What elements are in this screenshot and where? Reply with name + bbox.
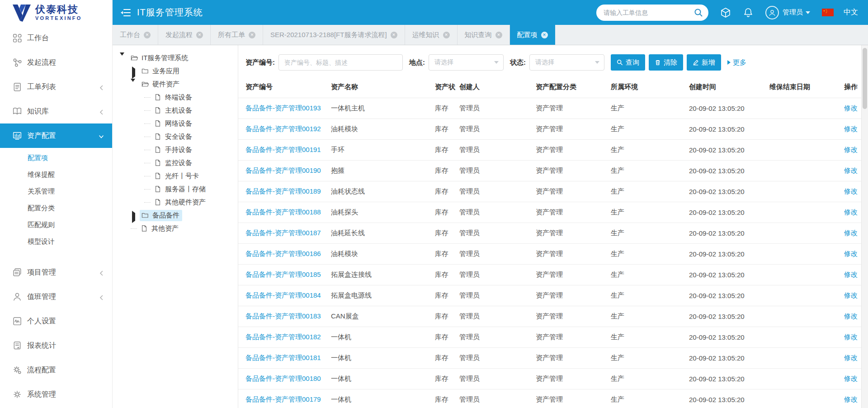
asset-no-link[interactable]: 备品备件-资产管理00185 bbox=[245, 270, 321, 278]
tree-node-硬件资产[interactable]: 硬件资产 bbox=[113, 78, 238, 91]
asset-no-link[interactable]: 备品备件-资产管理00192 bbox=[245, 125, 321, 133]
tree-node-光纤丨号卡[interactable]: 光纤丨号卡 bbox=[113, 170, 238, 183]
tree-node-安全设备[interactable]: 安全设备 bbox=[113, 130, 238, 143]
asset-no-link[interactable]: 备品备件-资产管理00181 bbox=[245, 354, 321, 361]
collapse-menu-icon[interactable] bbox=[121, 9, 131, 17]
tab-close-icon[interactable]: ✕ bbox=[495, 32, 502, 38]
col-header-操作: 操作 bbox=[844, 77, 861, 98]
tab-close-icon[interactable]: ✕ bbox=[196, 32, 203, 38]
edit-link[interactable]: 修改 bbox=[844, 270, 858, 278]
tree-node-服务器丨存储[interactable]: 服务器丨存储 bbox=[113, 183, 238, 196]
tree-node-IT服务管理系统[interactable]: IT服务管理系统 bbox=[113, 52, 238, 65]
sidebar-subitem-匹配规则[interactable]: 匹配规则 bbox=[0, 217, 112, 233]
more-link[interactable]: 更多 bbox=[727, 58, 746, 67]
tab-6[interactable]: 知识查询 ✕ bbox=[458, 25, 510, 45]
sidebar-subitem-模型设计[interactable]: 模型设计 bbox=[0, 233, 112, 250]
vertical-scrollbar[interactable] bbox=[861, 45, 868, 408]
edit-link[interactable]: 修改 bbox=[844, 229, 858, 237]
asset-no-link[interactable]: 备品备件-资产管理00188 bbox=[245, 208, 321, 216]
sidebar-item-系统管理[interactable]: 系统管理 bbox=[0, 382, 112, 407]
user-name[interactable]: 管理员 bbox=[783, 8, 803, 17]
tab-3[interactable]: 所有工单 ✕ bbox=[211, 25, 263, 45]
bell-icon[interactable] bbox=[743, 7, 754, 18]
tab-7[interactable]: 配置项 ✕ bbox=[510, 25, 555, 45]
edit-link[interactable]: 修改 bbox=[844, 125, 858, 133]
sidebar-subitem-维保提醒[interactable]: 维保提醒 bbox=[0, 166, 112, 183]
search-button[interactable]: 查询 bbox=[611, 54, 645, 71]
sidebar-item-工作台[interactable]: 工作台 bbox=[0, 26, 112, 50]
tab-close-icon[interactable]: ✕ bbox=[391, 32, 397, 38]
tree-node-业务应用[interactable]: 业务应用 bbox=[113, 65, 238, 78]
edit-link[interactable]: 修改 bbox=[844, 291, 858, 299]
location-select[interactable]: 请选择 bbox=[429, 54, 504, 71]
tree-node-主机设备[interactable]: 主机设备 bbox=[113, 104, 238, 117]
sidebar-item-流程配置[interactable]: 流程配置 bbox=[0, 358, 112, 382]
wave-icon bbox=[13, 317, 22, 326]
chevron-left-icon bbox=[99, 109, 104, 114]
edit-link[interactable]: 修改 bbox=[844, 187, 858, 195]
sidebar-item-项目管理[interactable]: 项目管理 bbox=[0, 260, 112, 285]
asset-no-link[interactable]: 备品备件-资产管理00184 bbox=[245, 291, 321, 299]
tree-node-监控设备[interactable]: 监控设备 bbox=[113, 157, 238, 170]
edit-link[interactable]: 修改 bbox=[844, 208, 858, 216]
tree-node-手持设备[interactable]: 手持设备 bbox=[113, 143, 238, 157]
edit-link[interactable]: 修改 bbox=[844, 104, 858, 112]
tree-node-其他资产[interactable]: 其他资产 bbox=[113, 222, 238, 235]
sidebar-subitem-关系管理[interactable]: 关系管理 bbox=[0, 183, 112, 200]
add-button[interactable]: 新增 bbox=[687, 54, 721, 71]
tab-5[interactable]: 运维知识 ✕ bbox=[405, 25, 458, 45]
asset-no-link[interactable]: 备品备件-资产管理00191 bbox=[245, 146, 321, 153]
search-icon[interactable] bbox=[694, 8, 703, 17]
sidebar-subitem-配置项[interactable]: 配置项 bbox=[0, 150, 112, 166]
status-select[interactable]: 请选择 bbox=[529, 54, 604, 71]
edit-link[interactable]: 修改 bbox=[844, 312, 858, 320]
folder-open-icon bbox=[142, 81, 149, 88]
asset-no-link[interactable]: 备品备件-资产管理00193 bbox=[245, 104, 321, 112]
edit-link[interactable]: 修改 bbox=[844, 354, 858, 361]
sidebar-item-资产配置[interactable]: 资产配置 bbox=[0, 123, 112, 148]
workorder-search-input[interactable] bbox=[604, 9, 694, 16]
asset-no-link[interactable]: 备品备件-资产管理00190 bbox=[245, 166, 321, 174]
tree-node-其他硬件资产[interactable]: 其他硬件资产 bbox=[113, 196, 238, 209]
tree-node-终端设备[interactable]: 终端设备 bbox=[113, 91, 238, 104]
language-switch[interactable]: 中文 bbox=[844, 8, 858, 17]
sidebar-subitem-配置分类[interactable]: 配置分类 bbox=[0, 200, 112, 217]
tree-node-网络设备[interactable]: 网络设备 bbox=[113, 117, 238, 130]
cell-name: 手环 bbox=[331, 139, 435, 160]
avatar[interactable] bbox=[765, 6, 779, 19]
asset-no-input[interactable] bbox=[278, 54, 403, 71]
sidebar-item-值班管理[interactable]: 值班管理 bbox=[0, 285, 112, 309]
tab-2[interactable]: 发起流程 ✕ bbox=[158, 25, 211, 45]
tree-node-备品备件[interactable]: 备品备件 bbox=[113, 209, 238, 222]
sidebar-item-个人设置[interactable]: 个人设置 bbox=[0, 309, 112, 333]
asset-no-link[interactable]: 备品备件-资产管理00183 bbox=[245, 312, 321, 320]
asset-no-link[interactable]: 备品备件-资产管理00179 bbox=[245, 395, 321, 403]
flag-cn-icon[interactable] bbox=[822, 9, 834, 16]
asset-no-link[interactable]: 备品备件-资产管理00189 bbox=[245, 187, 321, 195]
edit-link[interactable]: 修改 bbox=[844, 333, 858, 341]
edit-link[interactable]: 修改 bbox=[844, 146, 858, 153]
user-dropdown-caret-icon[interactable] bbox=[806, 11, 810, 14]
tab-close-icon[interactable]: ✕ bbox=[144, 32, 151, 38]
edit-link[interactable]: 修改 bbox=[844, 375, 858, 382]
edit-link[interactable]: 修改 bbox=[844, 250, 858, 257]
tab-close-icon[interactable]: ✕ bbox=[541, 32, 548, 38]
clear-button[interactable]: 清除 bbox=[649, 54, 683, 71]
tab-close-icon[interactable]: ✕ bbox=[443, 32, 450, 38]
edit-link[interactable]: 修改 bbox=[844, 395, 858, 403]
asset-no-link[interactable]: 备品备件-资产管理00187 bbox=[245, 229, 321, 237]
edit-link[interactable]: 修改 bbox=[844, 166, 858, 174]
sidebar-item-发起流程[interactable]: 发起流程 bbox=[0, 50, 112, 75]
tab-4[interactable]: SER-20210713-2188[FT服务请求流程] ✕ bbox=[263, 25, 405, 45]
tab-close-icon[interactable]: ✕ bbox=[249, 32, 255, 38]
scrollbar-thumb[interactable] bbox=[863, 48, 867, 109]
asset-no-link[interactable]: 备品备件-资产管理00182 bbox=[245, 333, 321, 341]
cell-creator: 管理员 bbox=[459, 347, 536, 368]
cube-icon[interactable] bbox=[720, 7, 731, 18]
asset-no-link[interactable]: 备品备件-资产管理00180 bbox=[245, 375, 321, 382]
tab-1[interactable]: 工作台 ✕ bbox=[113, 25, 158, 45]
asset-no-link[interactable]: 备品备件-资产管理00186 bbox=[245, 250, 321, 257]
sidebar-item-报表统计[interactable]: 报表统计 bbox=[0, 333, 112, 358]
sidebar-item-知识库[interactable]: 知识库 bbox=[0, 99, 112, 123]
sidebar-item-工单列表[interactable]: 工单列表 bbox=[0, 75, 112, 99]
